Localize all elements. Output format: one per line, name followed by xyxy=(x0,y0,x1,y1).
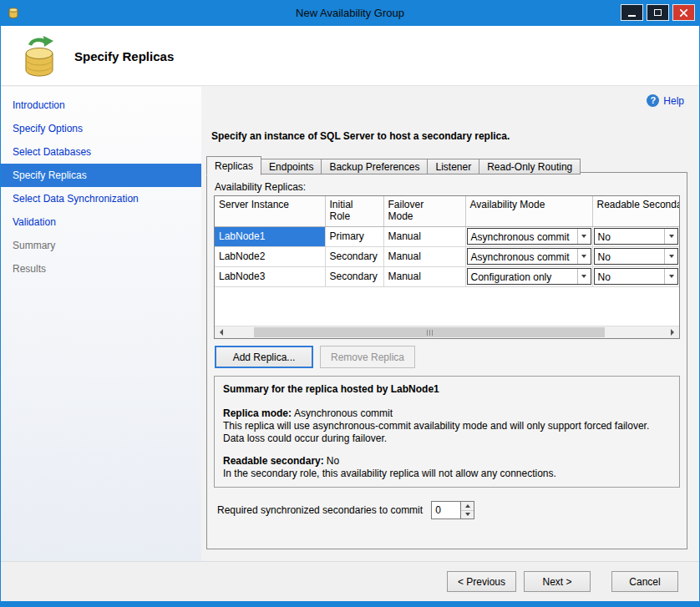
cell-failover-mode[interactable]: Manual xyxy=(383,226,465,246)
availability-mode-select[interactable]: Asynchronous commit xyxy=(467,248,591,265)
col-initial-role: Initial Role xyxy=(325,196,383,226)
sidebar-item-specify-options[interactable]: Specify Options xyxy=(1,117,201,140)
required-secondaries-input[interactable] xyxy=(432,502,460,518)
readable-secondary-select[interactable]: No xyxy=(594,248,679,265)
availability-mode-value: Configuration only xyxy=(468,269,577,284)
readable-secondary-line: Readable secondary:No xyxy=(223,455,671,467)
scrollbar-thumb[interactable] xyxy=(254,327,604,337)
col-failover-mode: Failover Mode xyxy=(383,196,465,226)
replicas-grid: Server Instance Initial Role Failover Mo… xyxy=(214,195,680,339)
help-label: Help xyxy=(663,95,684,107)
readable-secondary-select[interactable]: No xyxy=(594,228,679,245)
maximize-icon xyxy=(654,9,662,16)
cell-readable-secondary: No xyxy=(592,226,679,246)
cell-initial-role[interactable]: Primary xyxy=(325,226,383,246)
cell-readable-secondary: No xyxy=(592,266,679,286)
cell-availability-mode: Asynchronous commit xyxy=(465,226,592,246)
help-icon: ? xyxy=(647,94,659,107)
replicas-tab-panel: Availability Replicas: Server Instance I… xyxy=(206,172,687,549)
cell-availability-mode: Configuration only xyxy=(465,266,592,286)
cell-initial-role[interactable]: Secondary xyxy=(325,266,383,286)
minimize-icon xyxy=(628,15,636,17)
replicas-table: Server Instance Initial Role Failover Mo… xyxy=(215,196,679,287)
wizard-steps-sidebar: Introduction Specify Options Select Data… xyxy=(1,87,201,561)
table-row[interactable]: LabNode3 Secondary Manual Configuration … xyxy=(215,266,679,286)
replica-mode-description: This replica will use asynchronous-commi… xyxy=(223,420,671,445)
next-button[interactable]: Next > xyxy=(524,571,591,592)
replica-mode-value: Asynchronous commit xyxy=(294,407,393,419)
cell-initial-role[interactable]: Secondary xyxy=(325,246,383,266)
sidebar-item-select-data-synchronization[interactable]: Select Data Synchronization xyxy=(1,187,201,210)
replica-buttons-row: Add Replica... Remove Replica xyxy=(215,346,687,368)
tab-backup-preferences[interactable]: Backup Preferences xyxy=(322,159,428,175)
table-row[interactable]: LabNode1 Primary Manual Asynchronous com… xyxy=(215,226,679,246)
page-title: Specify Replicas xyxy=(74,49,174,63)
chevron-down-icon[interactable] xyxy=(577,249,591,264)
col-readable-secondary: Readable Secondary xyxy=(592,196,679,226)
help-link[interactable]: ? Help xyxy=(647,94,684,107)
sidebar-item-summary: Summary xyxy=(1,234,201,257)
cell-availability-mode: Asynchronous commit xyxy=(465,246,592,266)
table-row[interactable]: LabNode2 Secondary Manual Asynchronous c… xyxy=(215,246,679,266)
horizontal-scrollbar[interactable] xyxy=(215,326,679,338)
replica-mode-label: Replica mode: xyxy=(223,407,292,419)
availability-mode-value: Asynchronous commit xyxy=(468,229,577,244)
availability-mode-select[interactable]: Asynchronous commit xyxy=(467,228,591,245)
previous-button[interactable]: < Previous xyxy=(447,571,516,592)
required-secondaries-row: Required synchronized secondaries to com… xyxy=(217,501,687,519)
tab-endpoints[interactable]: Endpoints xyxy=(261,159,322,175)
summary-title: Summary for the replica hosted by LabNod… xyxy=(223,383,671,395)
availability-mode-select[interactable]: Configuration only xyxy=(467,268,591,285)
sidebar-item-select-databases[interactable]: Select Databases xyxy=(1,140,201,164)
tab-replicas[interactable]: Replicas xyxy=(206,156,261,175)
readable-secondary-description: In the secondary role, this availability… xyxy=(223,468,671,480)
readable-secondary-label: Readable secondary: xyxy=(223,455,324,467)
readable-secondary-summary-value: No xyxy=(327,455,339,467)
tab-strip: Replicas Endpoints Backup Preferences Li… xyxy=(206,156,581,175)
chevron-down-icon[interactable] xyxy=(664,229,677,244)
cell-readable-secondary: No xyxy=(592,246,679,266)
tab-read-only-routing[interactable]: Read-Only Routing xyxy=(479,159,581,175)
remove-replica-button: Remove Replica xyxy=(320,346,415,368)
col-availability-mode: Availability Mode xyxy=(465,196,592,226)
chevron-down-icon[interactable] xyxy=(577,229,591,244)
close-button[interactable] xyxy=(672,4,695,21)
cancel-button[interactable]: Cancel xyxy=(611,571,678,592)
replica-mode-line: Replica mode:Asynchronous commit xyxy=(223,407,671,419)
required-secondaries-label: Required synchronized secondaries to com… xyxy=(217,504,423,516)
minimize-button[interactable] xyxy=(621,4,643,21)
chevron-down-icon[interactable] xyxy=(664,269,677,284)
cell-failover-mode[interactable]: Manual xyxy=(383,246,465,266)
sidebar-item-introduction[interactable]: Introduction xyxy=(1,94,201,117)
cell-failover-mode[interactable]: Manual xyxy=(383,266,465,286)
chevron-down-icon[interactable] xyxy=(577,269,591,284)
readable-secondary-value: No xyxy=(595,229,665,244)
tab-listener[interactable]: Listener xyxy=(428,159,479,175)
maximize-button[interactable] xyxy=(647,4,669,21)
wizard-header: Specify Replicas xyxy=(1,26,699,86)
scrollbar-track[interactable] xyxy=(228,326,666,338)
spin-down-icon[interactable] xyxy=(461,511,474,519)
scroll-left-icon[interactable] xyxy=(215,326,228,338)
instruction-text: Specify an instance of SQL Server to hos… xyxy=(211,130,510,142)
add-replica-button[interactable]: Add Replica... xyxy=(215,346,313,368)
sidebar-item-validation[interactable]: Validation xyxy=(1,210,201,234)
main-content: ? Help Specify an instance of SQL Server… xyxy=(201,87,699,561)
cell-server-instance[interactable]: LabNode3 xyxy=(215,266,325,286)
readable-secondary-select[interactable]: No xyxy=(594,268,679,285)
spin-up-icon[interactable] xyxy=(461,502,474,511)
sidebar-item-results: Results xyxy=(1,257,201,281)
scroll-right-icon[interactable] xyxy=(666,326,679,338)
availability-replicas-label: Availability Replicas: xyxy=(215,181,687,193)
cell-server-instance[interactable]: LabNode1 xyxy=(215,226,325,246)
quantity-stepper xyxy=(431,501,474,519)
new-availability-group-window: New Availability Group S xyxy=(0,0,700,607)
sidebar-item-specify-replicas[interactable]: Specify Replicas xyxy=(1,164,201,187)
title-bar[interactable]: New Availability Group xyxy=(1,1,699,26)
availability-mode-value: Asynchronous commit xyxy=(468,249,577,264)
window-controls xyxy=(621,4,695,21)
window-title: New Availability Group xyxy=(1,1,699,26)
chevron-down-icon[interactable] xyxy=(664,249,677,264)
cell-server-instance[interactable]: LabNode2 xyxy=(215,246,325,266)
close-icon xyxy=(680,9,687,17)
